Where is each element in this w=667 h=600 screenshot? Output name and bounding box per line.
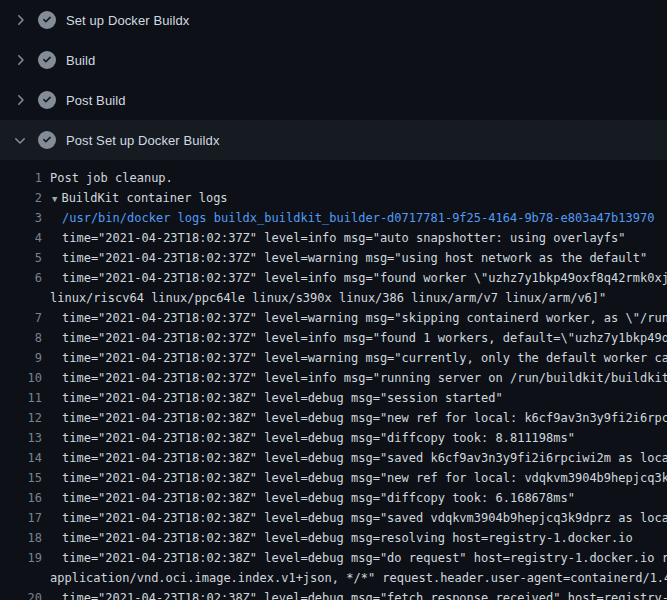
log-row: 9 time="2021-04-23T18:02:37Z" level=warn… bbox=[0, 348, 667, 368]
log-row: 18 time="2021-04-23T18:02:38Z" level=deb… bbox=[0, 528, 667, 548]
log-line-text: time="2021-04-23T18:02:38Z" level=debug … bbox=[42, 468, 667, 488]
log-line-number[interactable]: 5 bbox=[0, 248, 42, 268]
check-circle-icon bbox=[38, 51, 56, 69]
log-line-number[interactable]: 19 bbox=[0, 548, 42, 568]
step-row-set-up-docker-buildx[interactable]: Set up Docker Buildx bbox=[0, 0, 667, 40]
log-line-text: /usr/bin/docker logs buildx_buildkit_bui… bbox=[42, 208, 654, 228]
log-line-number[interactable]: 8 bbox=[0, 328, 42, 348]
log-row: 7 time="2021-04-23T18:02:37Z" level=warn… bbox=[0, 308, 667, 328]
log-row: 11 time="2021-04-23T18:02:38Z" level=deb… bbox=[0, 388, 667, 408]
log-row: 8 time="2021-04-23T18:02:37Z" level=info… bbox=[0, 328, 667, 348]
log-line-text: time="2021-04-23T18:02:37Z" level=warnin… bbox=[42, 308, 667, 328]
log-row: 6 time="2021-04-23T18:02:37Z" level=info… bbox=[0, 268, 667, 288]
log-row: 5 time="2021-04-23T18:02:37Z" level=warn… bbox=[0, 248, 667, 268]
check-circle-icon bbox=[38, 131, 56, 149]
log-line-text: application/vnd.oci.image.index.v1+json,… bbox=[42, 568, 667, 588]
log-line-text: time="2021-04-23T18:02:38Z" level=debug … bbox=[42, 428, 575, 448]
log-row: 20 time="2021-04-23T18:02:38Z" level=deb… bbox=[0, 588, 667, 600]
log-line-text: ▼BuildKit container logs bbox=[42, 188, 228, 208]
steps-list: Set up Docker Buildx Build Post Buil bbox=[0, 0, 667, 160]
chevron-right-icon bbox=[12, 12, 28, 28]
step-row-post-set-up-docker-buildx[interactable]: Post Set up Docker Buildx bbox=[0, 120, 667, 160]
actions-log-viewer: Set up Docker Buildx Build Post Buil bbox=[0, 0, 667, 600]
log-line-number[interactable]: 10 bbox=[0, 368, 42, 388]
step-row-post-build[interactable]: Post Build bbox=[0, 80, 667, 120]
group-collapse-icon[interactable]: ▼ bbox=[52, 189, 57, 209]
chevron-right-icon bbox=[12, 92, 28, 108]
log-line-number[interactable]: 7 bbox=[0, 308, 42, 328]
log-line-text: time="2021-04-23T18:02:37Z" level=info m… bbox=[42, 328, 667, 348]
log-line-number bbox=[0, 568, 42, 588]
log-line-number[interactable]: 16 bbox=[0, 488, 42, 508]
step-label: Post Set up Docker Buildx bbox=[66, 133, 220, 148]
check-circle-icon bbox=[38, 11, 56, 29]
log-line-number[interactable]: 15 bbox=[0, 468, 42, 488]
log-line-number[interactable]: 2 bbox=[0, 188, 42, 208]
log-line-number bbox=[0, 288, 42, 308]
log-row: 2 ▼BuildKit container logs bbox=[0, 188, 667, 208]
log-line-text: time="2021-04-23T18:02:38Z" level=debug … bbox=[42, 528, 633, 548]
check-circle-icon bbox=[38, 91, 56, 109]
chevron-down-icon bbox=[12, 132, 28, 148]
chevron-right-icon bbox=[12, 52, 28, 68]
step-label: Post Build bbox=[66, 93, 126, 108]
log-row: 1 Post job cleanup. bbox=[0, 168, 667, 188]
log-line-number[interactable]: 20 bbox=[0, 588, 42, 600]
log-line-text: time="2021-04-23T18:02:38Z" level=debug … bbox=[42, 388, 503, 408]
log-line-number[interactable]: 13 bbox=[0, 428, 42, 448]
log-line-text: time="2021-04-23T18:02:38Z" level=debug … bbox=[42, 548, 667, 568]
step-row-build[interactable]: Build bbox=[0, 40, 667, 80]
step-label: Build bbox=[66, 53, 95, 68]
log-line-text: time="2021-04-23T18:02:37Z" level=warnin… bbox=[42, 348, 667, 368]
log-line-number[interactable]: 14 bbox=[0, 448, 42, 468]
log-line-text: time="2021-04-23T18:02:37Z" level=info m… bbox=[42, 268, 667, 288]
log-row: linux/riscv64 linux/ppc64le linux/s390x … bbox=[0, 288, 667, 308]
log-row: 13 time="2021-04-23T18:02:38Z" level=deb… bbox=[0, 428, 667, 448]
log-line-number[interactable]: 17 bbox=[0, 508, 42, 528]
log-row: 4 time="2021-04-23T18:02:37Z" level=info… bbox=[0, 228, 667, 248]
log-line-number[interactable]: 6 bbox=[0, 268, 42, 288]
log-row: 17 time="2021-04-23T18:02:38Z" level=deb… bbox=[0, 508, 667, 528]
log-row: 10 time="2021-04-23T18:02:37Z" level=inf… bbox=[0, 368, 667, 388]
log-row: 19 time="2021-04-23T18:02:38Z" level=deb… bbox=[0, 548, 667, 568]
log-line-text: time="2021-04-23T18:02:38Z" level=debug … bbox=[42, 448, 667, 468]
log-output: 1 Post job cleanup. 2 ▼BuildKit containe… bbox=[0, 160, 667, 600]
log-line-number[interactable]: 12 bbox=[0, 408, 42, 428]
log-line-text: BuildKit container logs bbox=[61, 191, 227, 205]
log-line-number[interactable]: 4 bbox=[0, 228, 42, 248]
log-row: 15 time="2021-04-23T18:02:38Z" level=deb… bbox=[0, 468, 667, 488]
step-label: Set up Docker Buildx bbox=[66, 13, 189, 28]
log-row: 16 time="2021-04-23T18:02:38Z" level=deb… bbox=[0, 488, 667, 508]
log-row: 12 time="2021-04-23T18:02:38Z" level=deb… bbox=[0, 408, 667, 428]
log-line-text: time="2021-04-23T18:02:38Z" level=debug … bbox=[42, 588, 667, 600]
log-line-text: time="2021-04-23T18:02:37Z" level=info m… bbox=[42, 228, 626, 248]
log-line-text: Post job cleanup. bbox=[42, 168, 173, 188]
log-row: application/vnd.oci.image.index.v1+json,… bbox=[0, 568, 667, 588]
log-line-number[interactable]: 18 bbox=[0, 528, 42, 548]
log-line-number[interactable]: 9 bbox=[0, 348, 42, 368]
log-line-text: time="2021-04-23T18:02:38Z" level=debug … bbox=[42, 508, 667, 528]
log-line-number[interactable]: 3 bbox=[0, 208, 42, 228]
log-line-text: time="2021-04-23T18:02:38Z" level=debug … bbox=[42, 488, 575, 508]
log-line-number[interactable]: 1 bbox=[0, 168, 42, 188]
log-line-text: time="2021-04-23T18:02:37Z" level=info m… bbox=[42, 368, 667, 388]
log-row: 3 /usr/bin/docker logs buildx_buildkit_b… bbox=[0, 208, 667, 228]
log-line-text: linux/riscv64 linux/ppc64le linux/s390x … bbox=[42, 288, 606, 308]
log-row: 14 time="2021-04-23T18:02:38Z" level=deb… bbox=[0, 448, 667, 468]
log-line-text: time="2021-04-23T18:02:38Z" level=debug … bbox=[42, 408, 667, 428]
log-line-number[interactable]: 11 bbox=[0, 388, 42, 408]
log-line-text: time="2021-04-23T18:02:37Z" level=warnin… bbox=[42, 248, 647, 268]
